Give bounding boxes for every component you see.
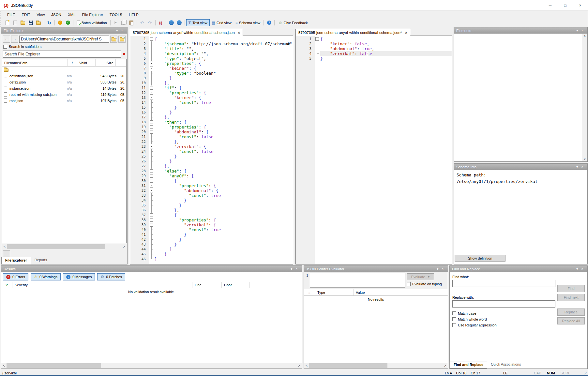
- refresh-button[interactable]: ↻: [46, 19, 53, 26]
- warnings-filter-button[interactable]: ⚠ 0 Warnings: [31, 273, 61, 280]
- scroll-right-icon[interactable]: >: [296, 364, 302, 368]
- fold-toggle-icon[interactable]: [149, 66, 155, 71]
- panel-menu-icon[interactable]: ▾: [116, 29, 118, 32]
- cut-button[interactable]: ✂: [112, 19, 119, 26]
- find-button[interactable]: Find: [557, 285, 585, 292]
- code-line[interactable]: 11 "if": {: [130, 85, 293, 90]
- editor-tab-left[interactable]: 57907395-json-schema-anyof-within-condit…: [130, 29, 243, 36]
- code-line[interactable]: 3 "abdominal": true,: [296, 46, 452, 51]
- fold-toggle-icon[interactable]: [149, 85, 155, 90]
- nav-back-button[interactable]: ←: [3, 36, 10, 43]
- code-line[interactable]: 3 "title": "",: [130, 46, 293, 51]
- file-row[interactable]: root.jsonn/a107 Bytes05.: [2, 98, 126, 104]
- code-line[interactable]: 14 "const": true: [130, 100, 293, 105]
- menu-item-file[interactable]: FILE: [4, 12, 18, 18]
- menu-item-view[interactable]: View: [34, 12, 48, 18]
- undo-button[interactable]: ↶: [139, 19, 146, 26]
- code-line[interactable]: 24 "const": false: [130, 149, 293, 154]
- match-case-checkbox[interactable]: [452, 311, 456, 315]
- code-line[interactable]: 18 "then": {: [130, 120, 293, 125]
- results-hscrollbar[interactable]: < >: [1, 363, 302, 368]
- column-sort[interactable]: /: [68, 59, 77, 66]
- code-line[interactable]: 36 },: [130, 208, 293, 213]
- batch-validation-button[interactable]: ✓ Batch validation: [75, 19, 109, 26]
- code-line[interactable]: 7 "keiner": {: [130, 66, 293, 71]
- code-line[interactable]: 16 }: [130, 110, 293, 115]
- code-line[interactable]: 34 }: [130, 198, 293, 203]
- match-whole-word-checkbox[interactable]: [452, 317, 456, 321]
- panel-menu-icon[interactable]: ▾: [576, 29, 578, 32]
- code-line[interactable]: 35 }: [130, 203, 293, 208]
- save-all-button[interactable]: [35, 19, 42, 26]
- json-format-button[interactable]: {⁄}: [157, 19, 164, 26]
- code-line[interactable]: 40 "const": true: [130, 227, 293, 232]
- jpe-pointer-input[interactable]: [310, 273, 405, 288]
- file-explorer-search-input[interactable]: [3, 51, 121, 58]
- column-size[interactable]: Size: [96, 59, 116, 66]
- code-line[interactable]: 4 "zervikal": false: [296, 51, 452, 56]
- panel-menu-icon[interactable]: ▾: [437, 267, 438, 271]
- help-button[interactable]: ?: [265, 19, 273, 26]
- fold-toggle-icon[interactable]: [149, 178, 155, 183]
- replace-button[interactable]: Replace: [557, 308, 585, 316]
- replace-all-button[interactable]: Replace All: [557, 317, 585, 324]
- jpe-table-header[interactable]: = Type Value: [304, 289, 448, 296]
- code-line[interactable]: 27 },: [130, 164, 293, 169]
- panel-close-icon[interactable]: ×: [581, 267, 583, 271]
- paste-button[interactable]: [128, 19, 135, 26]
- scroll-right-icon[interactable]: >: [443, 364, 448, 368]
- column-date[interactable]: [116, 59, 126, 66]
- schema-view-toggle[interactable]: ≡ Schema view: [234, 19, 262, 26]
- open-file-button[interactable]: [11, 19, 19, 26]
- fold-toggle-icon[interactable]: [149, 37, 155, 41]
- fold-toggle-icon[interactable]: [149, 183, 155, 188]
- scroll-thumb[interactable]: [309, 363, 387, 368]
- scroll-right-icon[interactable]: >: [121, 245, 127, 248]
- code-line[interactable]: 19 "properties": {: [130, 125, 293, 129]
- fold-toggle-icon[interactable]: [149, 218, 155, 222]
- code-line[interactable]: 1{: [130, 37, 293, 41]
- code-line[interactable]: 25 }: [130, 154, 293, 159]
- clear-search-icon[interactable]: ×: [123, 52, 126, 56]
- replace-input[interactable]: [452, 300, 555, 308]
- scroll-left-icon[interactable]: <: [304, 364, 309, 368]
- code-line[interactable]: 5}: [296, 56, 452, 61]
- code-line[interactable]: 8 "type": "boolean": [130, 71, 293, 76]
- fold-toggle-icon[interactable]: [149, 173, 155, 178]
- scroll-down-icon[interactable]: ∨: [584, 158, 586, 161]
- panel-menu-icon[interactable]: ▾: [576, 165, 578, 169]
- give-feedback-button[interactable]: ☺ Give Feedback: [276, 19, 309, 26]
- menu-item-file-explorer[interactable]: File Explorer: [79, 12, 107, 18]
- nav-forward-button[interactable]: →: [11, 36, 18, 43]
- code-line[interactable]: 28 "else": {: [130, 169, 293, 173]
- maximize-icon[interactable]: □: [558, 0, 573, 10]
- scroll-thumb[interactable]: [7, 244, 105, 249]
- file-row[interactable]: instance.jsonn/a14 Bytes20.: [2, 85, 126, 91]
- menu-item-xml[interactable]: XML: [65, 12, 79, 18]
- redo-button[interactable]: ↷: [146, 19, 154, 26]
- fold-toggle-icon[interactable]: [149, 188, 155, 193]
- code-line[interactable]: 2 "keiner": false,: [296, 41, 452, 46]
- back-button[interactable]: ←: [168, 19, 175, 26]
- jpe-hscrollbar[interactable]: < >: [304, 363, 448, 368]
- code-line[interactable]: 30 {: [130, 178, 293, 183]
- close-icon[interactable]: ×: [573, 0, 588, 10]
- code-line[interactable]: 31 "properties": {: [130, 183, 293, 188]
- fold-toggle-icon[interactable]: [149, 95, 155, 100]
- code-line[interactable]: 17 },: [130, 115, 293, 120]
- code-line[interactable]: 44 ]: [130, 247, 293, 252]
- find-input[interactable]: [452, 280, 555, 287]
- panel-close-icon[interactable]: ×: [295, 267, 297, 271]
- well-formed-check-button[interactable]: ✓: [64, 19, 71, 26]
- panel-close-icon[interactable]: ×: [581, 29, 583, 32]
- code-line[interactable]: 39 "zervikal": {: [130, 222, 293, 227]
- fold-toggle-icon[interactable]: [149, 61, 155, 66]
- errors-filter-button[interactable]: × 0 Errors: [3, 273, 28, 280]
- code-line[interactable]: 45 }: [130, 252, 293, 257]
- code-line[interactable]: 37 {: [130, 213, 293, 218]
- text-view-toggle[interactable]: T Text view: [186, 19, 210, 26]
- code-line[interactable]: 1{: [296, 37, 452, 41]
- file-row[interactable]: defs2.jsonn/a553 Bytes20.: [2, 79, 126, 85]
- tab-reports[interactable]: Reports: [31, 257, 51, 264]
- code-line[interactable]: 22 },: [130, 139, 293, 144]
